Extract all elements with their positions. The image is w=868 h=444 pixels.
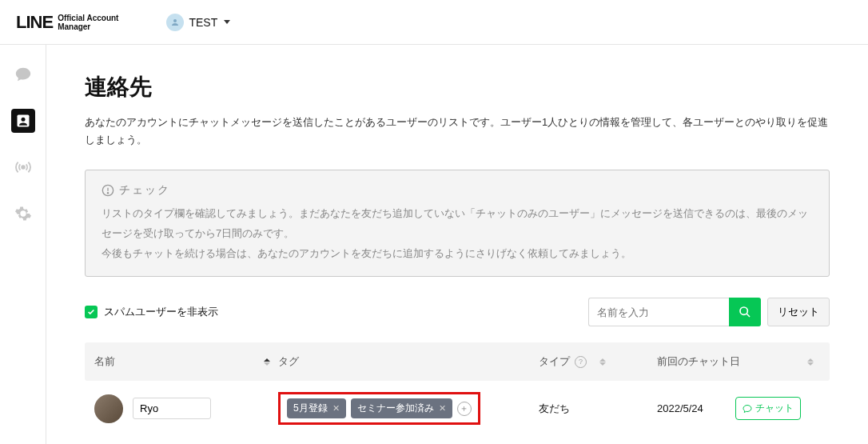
svg-line-8	[747, 314, 750, 317]
svg-point-6	[107, 193, 108, 194]
column-header-type[interactable]: タイプ ?	[539, 354, 657, 369]
table-row: 5月登録 ✕ セミナー参加済み ✕ ＋ 友だち 2022/5/24	[85, 381, 830, 436]
sidebar-item-chat[interactable]	[11, 62, 35, 86]
page-title: 連絡先	[85, 72, 830, 102]
svg-point-7	[740, 307, 747, 314]
chat-icon	[743, 404, 752, 414]
chat-button[interactable]: チャット	[735, 397, 801, 420]
svg-point-0	[173, 19, 177, 22]
info-box: チェック リストのタイプ欄を確認してみましょう。まだあなたを友だち追加していない…	[85, 170, 830, 277]
reset-button[interactable]: リセット	[767, 298, 830, 326]
logo-main: LINE	[16, 12, 53, 33]
last-chat-date: 2022/5/24	[657, 402, 703, 414]
remove-tag-icon[interactable]: ✕	[439, 403, 446, 414]
info-icon	[102, 184, 114, 197]
user-name-input[interactable]	[133, 398, 211, 419]
account-selector[interactable]: TEST	[166, 14, 230, 31]
search-icon	[739, 306, 751, 318]
sort-icon	[264, 358, 270, 366]
search-input[interactable]	[588, 298, 729, 326]
sort-icon	[807, 358, 814, 366]
tag-pill: 5月登録 ✕	[287, 398, 346, 418]
svg-point-3	[22, 166, 25, 169]
help-icon[interactable]: ?	[575, 356, 587, 368]
table-header: 名前 タグ タイプ ?	[85, 342, 830, 381]
info-box-body: リストのタイプ欄を確認してみましょう。まだあなたを友だち追加していない「チャット…	[102, 204, 813, 263]
user-cell	[94, 394, 278, 423]
info-box-title-row: チェック	[102, 183, 813, 198]
search-button[interactable]	[729, 298, 761, 326]
tag-pill: セミナー参加済み ✕	[351, 398, 452, 418]
hide-spam-label: スパムユーザーを非表示	[104, 305, 218, 319]
sidebar-item-settings[interactable]	[11, 202, 35, 226]
svg-point-2	[21, 118, 25, 122]
logo: LINE Official Account Manager	[16, 12, 118, 33]
main-content: 連絡先 あなたのアカウントにチャットメッセージを送信したことがあるユーザーのリス…	[46, 45, 868, 444]
search-group: リセット	[588, 298, 830, 326]
sidebar-item-broadcast[interactable]	[11, 155, 35, 179]
account-name: TEST	[189, 16, 217, 29]
checkbox-icon	[85, 306, 98, 318]
info-box-title: チェック	[119, 183, 170, 198]
logo-subtitle: Official Account Manager	[58, 14, 118, 31]
column-header-tags: タグ	[278, 354, 539, 369]
header: LINE Official Account Manager TEST	[0, 0, 868, 45]
page-description: あなたのアカウントにチャットメッセージを送信したことがあるユーザーのリストです。…	[85, 114, 830, 149]
date-cell: 2022/5/24 チャット	[657, 397, 820, 420]
sidebar	[0, 45, 46, 444]
type-cell: 友だち	[539, 402, 657, 416]
column-header-name[interactable]: 名前	[94, 354, 278, 369]
tags-highlight-box: 5月登録 ✕ セミナー参加済み ✕ ＋	[278, 392, 480, 425]
sidebar-item-contacts[interactable]	[11, 109, 35, 133]
column-header-last-chat[interactable]: 前回のチャット日	[657, 354, 820, 369]
account-avatar-icon	[166, 14, 184, 31]
contacts-table: 名前 タグ タイプ ?	[85, 342, 830, 436]
chevron-down-icon	[224, 20, 230, 24]
sort-icon	[599, 358, 606, 366]
controls-row: スパムユーザーを非表示 リセット	[85, 298, 830, 326]
hide-spam-checkbox-wrap[interactable]: スパムユーザーを非表示	[85, 305, 218, 319]
tags-cell: 5月登録 ✕ セミナー参加済み ✕ ＋	[278, 392, 539, 425]
add-tag-button[interactable]: ＋	[457, 402, 472, 416]
user-avatar	[94, 394, 123, 423]
remove-tag-icon[interactable]: ✕	[332, 403, 340, 414]
